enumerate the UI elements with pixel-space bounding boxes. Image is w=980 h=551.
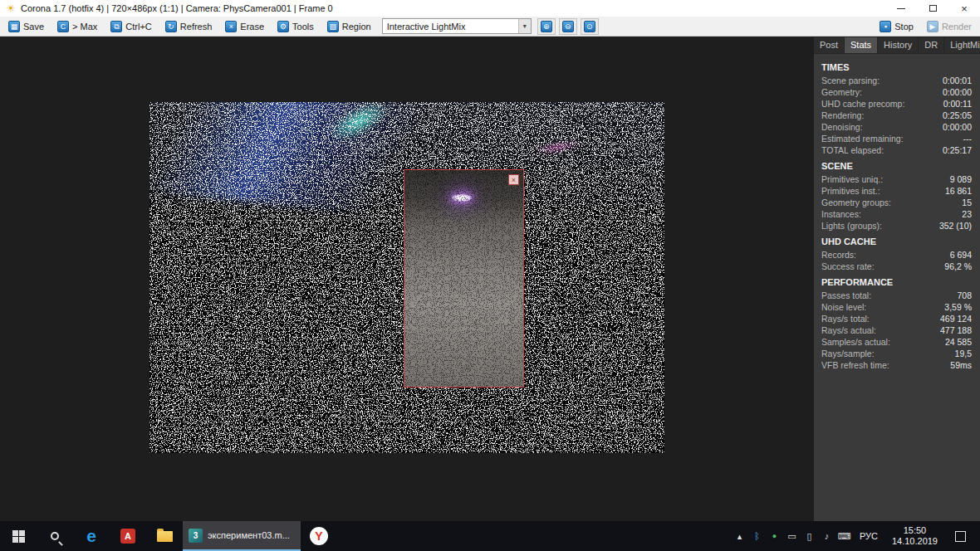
corona-c-icon: C	[57, 21, 69, 32]
stat-row: Samples/s actual:24 585	[814, 336, 980, 348]
save-label: Save	[23, 22, 44, 32]
stat-label: Scene parsing:	[821, 76, 880, 85]
stat-value: 0:25:17	[943, 145, 972, 155]
volume-icon[interactable]: ♪	[818, 531, 835, 541]
zoom-reset-button[interactable]: ⊙	[581, 18, 599, 35]
action-center-button[interactable]	[945, 531, 975, 542]
lightmix-dropdown[interactable]: Interactive LightMix ▾	[382, 18, 532, 34]
window-controls: ×	[885, 0, 980, 17]
stat-row: Instances:23	[814, 208, 980, 220]
tab-post[interactable]: Post	[814, 37, 845, 53]
erase-button[interactable]: × Erase	[219, 18, 270, 35]
stat-row: Primitives uniq.:9 089	[814, 173, 980, 185]
render-icon: ▶	[927, 21, 938, 32]
keyboard-icon[interactable]: ⌨	[835, 531, 853, 542]
to-max-button[interactable]: C > Max	[51, 18, 103, 35]
stat-value: 19,5	[955, 349, 972, 358]
stop-icon: ▪	[880, 21, 891, 32]
stop-button[interactable]: ▪ Stop	[874, 18, 919, 35]
zoom-out-button[interactable]: ⊖	[559, 18, 577, 35]
stat-label: Primitives inst.:	[821, 186, 880, 196]
stat-label: UHD cache precomp:	[821, 99, 904, 109]
search-button[interactable]	[37, 521, 73, 551]
tab-lightmix[interactable]: LightMix	[944, 37, 980, 53]
bluetooth-icon[interactable]: ᛒ	[748, 531, 766, 541]
taskbar-yandex-button[interactable]: Y	[301, 521, 337, 551]
close-button[interactable]: ×	[948, 0, 980, 17]
stat-label: Instances:	[821, 209, 861, 219]
render-image[interactable]: ×	[149, 102, 664, 453]
minimize-button[interactable]	[885, 0, 917, 17]
main-area: × Post Stats History DR LightMix TIMES S…	[0, 37, 980, 521]
taskbar-red-app-button[interactable]: A	[110, 521, 146, 551]
stat-label: Geometry groups:	[821, 197, 891, 207]
clock[interactable]: 15:50 14.10.2019	[884, 525, 945, 547]
tab-dr[interactable]: DR	[919, 37, 944, 53]
tab-stats[interactable]: Stats	[845, 37, 878, 53]
save-button[interactable]: ▦ Save	[2, 18, 50, 35]
stat-row: Passes total:708	[814, 290, 980, 301]
battery-icon[interactable]: ▯	[801, 531, 818, 542]
zoom-out-icon: ⊖	[562, 21, 574, 32]
stat-value: 16 861	[945, 186, 972, 196]
corona-app-icon: ☀	[4, 2, 17, 14]
stat-value: 24 585	[945, 337, 972, 347]
region-icon: ▧	[327, 21, 339, 32]
stat-row: Primitives inst.:16 861	[814, 185, 980, 197]
copy-button[interactable]: ⧉ Ctrl+C	[105, 18, 157, 35]
start-button[interactable]	[0, 521, 37, 551]
3dsmax-icon: 3	[189, 529, 203, 543]
stat-row: Noise level:3,59 %	[814, 301, 980, 313]
stat-label: Estimated remaining:	[821, 134, 904, 144]
titlebar: ☀ Corona 1.7 (hotfix 4) | 720×486px (1:1…	[0, 0, 980, 17]
stat-row: Geometry:0:00:00	[814, 86, 980, 98]
stat-label: Noise level:	[821, 302, 866, 312]
region-render-box[interactable]: ×	[404, 169, 524, 388]
region-close-button[interactable]: ×	[508, 174, 519, 185]
stat-value: 708	[957, 290, 972, 300]
windows-logo-icon	[12, 530, 25, 543]
stat-row: Rays/sample:19,5	[814, 348, 980, 359]
section-title-scene: SCENE	[814, 156, 980, 173]
stat-row: Denoising:0:00:00	[814, 121, 980, 133]
maximize-button[interactable]	[917, 0, 948, 17]
stat-row: Success rate:96,2 %	[814, 261, 980, 272]
region-label: Region	[342, 22, 371, 32]
refresh-label: Refresh	[180, 22, 213, 32]
stat-value: 352 (10)	[939, 221, 972, 231]
stat-label: Samples/s actual:	[821, 337, 890, 347]
active-task-button[interactable]: 3 эксперимент03.m...	[183, 521, 301, 551]
stat-value: 59ms	[950, 360, 972, 370]
lightmix-dropdown-value: Interactive LightMix	[383, 22, 518, 32]
stat-label: Success rate:	[821, 261, 875, 271]
refresh-button[interactable]: ↻ Refresh	[159, 18, 218, 35]
copy-icon: ⧉	[110, 21, 122, 32]
erase-label: Erase	[240, 22, 264, 32]
region-button[interactable]: ▧ Region	[321, 18, 377, 35]
stat-label: Primitives uniq.:	[821, 174, 883, 184]
taskbar-explorer-button[interactable]	[146, 521, 183, 551]
minimize-icon	[897, 8, 905, 9]
window-title: Corona 1.7 (hotfix 4) | 720×486px (1:1) …	[21, 3, 333, 13]
battery-saver-icon[interactable]: ●	[766, 532, 783, 540]
section-title-times: TIMES	[814, 57, 980, 75]
render-button[interactable]: ▶ Render	[921, 18, 978, 35]
stat-value: 0:00:01	[943, 76, 972, 85]
hidden-icons-chevron[interactable]: ▴	[731, 531, 748, 542]
stat-label: VFB refresh time:	[821, 360, 889, 370]
taskbar-edge-button[interactable]: e	[73, 521, 110, 551]
refresh-icon: ↻	[165, 21, 177, 32]
copy-label: Ctrl+C	[125, 22, 151, 32]
stat-label: Passes total:	[821, 290, 871, 300]
section-title-uhd-cache: UHD CACHE	[814, 232, 980, 249]
stat-value: 0:00:00	[943, 122, 972, 132]
language-indicator[interactable]: РУС	[853, 531, 884, 541]
chevron-down-icon[interactable]: ▾	[518, 19, 531, 33]
tools-button[interactable]: ⚙ Tools	[272, 18, 320, 35]
stat-value: 0:00:00	[943, 87, 972, 97]
action-center-icon	[955, 531, 966, 542]
zoom-in-button[interactable]: ⊕	[537, 18, 556, 35]
active-task-label: эксперимент03.m...	[208, 530, 290, 540]
monitor-icon[interactable]: ▭	[783, 531, 801, 542]
tab-history[interactable]: History	[878, 37, 919, 53]
